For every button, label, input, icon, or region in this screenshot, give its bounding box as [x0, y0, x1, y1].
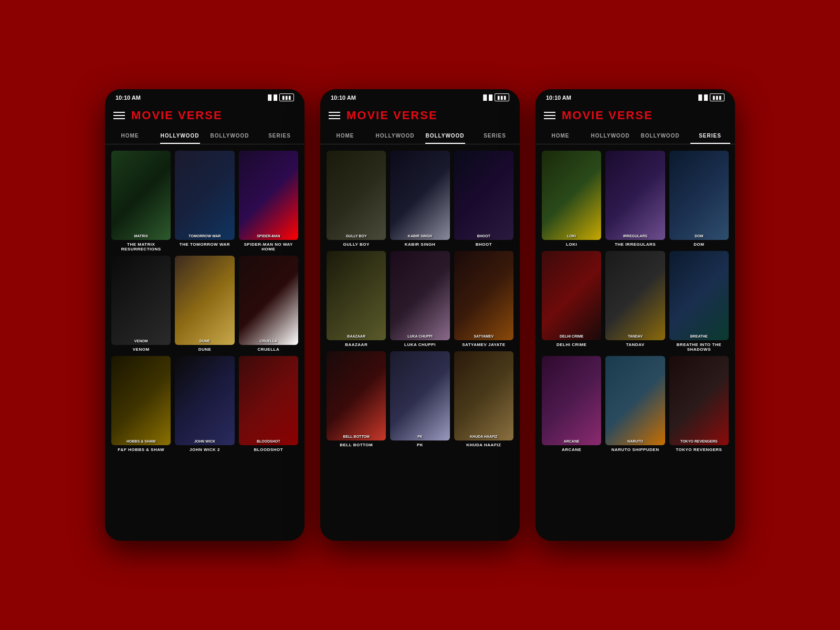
poster-label: PK	[390, 435, 449, 438]
nav-tab-series[interactable]: SERIES	[255, 128, 304, 144]
movie-item[interactable]: BELL BOTTOMBELL BOTTOM	[327, 351, 386, 447]
poster-label: NARUTO	[605, 439, 665, 443]
movie-poster: KABIR SINGH	[390, 151, 449, 240]
movie-item[interactable]: DOMDOM	[669, 151, 729, 247]
poster-label: HOBBS & SHAW	[111, 439, 171, 443]
movie-item[interactable]: SATYAMEVSATYAMEV JAYATE	[454, 251, 513, 347]
app-header: MOVIE VERSE	[105, 103, 304, 128]
movie-poster: TANDAV	[605, 251, 665, 340]
movie-title: SPIDER-MAN NO WAY HOME	[239, 242, 298, 251]
movie-poster: DOM	[669, 151, 729, 240]
hamburger-menu[interactable]	[544, 112, 555, 119]
movie-poster: DUNE	[175, 256, 234, 345]
movie-poster: LOKI	[542, 151, 601, 240]
nav-tabs: HOMEHOLLYWOODBOLLYWOODSERIES	[105, 128, 304, 144]
poster-label: DELHI CRIME	[542, 334, 601, 338]
movie-item[interactable]: DUNEDUNE	[175, 256, 234, 352]
signal-icon: ▐▌█	[697, 94, 708, 100]
movie-item[interactable]: CRUELLACRUELLA	[239, 256, 298, 352]
movie-item[interactable]: JOHN WICKJOHN WICK 2	[175, 356, 234, 452]
movie-item[interactable]: MATRIXTHE MATRIX RESURRECTIONS	[111, 151, 171, 251]
hamburger-menu[interactable]	[329, 112, 340, 119]
poster-label: BREATHE	[669, 334, 729, 338]
movie-title: BAAZAAR	[345, 342, 368, 347]
movie-item[interactable]: VENOMVENOM	[111, 256, 171, 352]
movie-title: KABIR SINGH	[405, 242, 435, 247]
movie-item[interactable]: ARCANEARCANE	[542, 356, 601, 452]
status-time: 10:10 AM	[331, 94, 356, 101]
movie-item[interactable]: BAAZAARBAAZAAR	[327, 251, 386, 347]
movie-item[interactable]: BLOODSHOTBLOODSHOT	[239, 356, 298, 452]
nav-tab-bollywood[interactable]: BOLLYWOOD	[205, 128, 255, 144]
nav-tab-series[interactable]: SERIES	[470, 128, 520, 144]
poster-label: JOHN WICK	[175, 439, 234, 443]
movies-grid: MATRIXTHE MATRIX RESURRECTIONSTOMORROW W…	[105, 144, 304, 541]
movie-title: BELL BOTTOM	[340, 443, 373, 447]
movie-item[interactable]: IRREGULARSTHE IRREGULARS	[605, 151, 665, 247]
movie-item[interactable]: LOKILOKI	[542, 151, 601, 247]
movie-item[interactable]: LUKA CHUPPILUKA CHUPPI	[390, 251, 449, 347]
nav-tab-bollywood[interactable]: BOLLYWOOD	[420, 128, 470, 144]
nav-tab-hollywood[interactable]: HOLLYWOOD	[585, 128, 635, 144]
movie-title: THE MATRIX RESURRECTIONS	[111, 242, 171, 251]
movie-item[interactable]: DELHI CRIMEDELHI CRIME	[542, 251, 601, 352]
movie-item[interactable]: GULLY BOYGULLY BOY	[327, 151, 386, 247]
nav-tabs: HOMEHOLLYWOODBOLLYWOODSERIES	[320, 128, 520, 144]
nav-tab-home[interactable]: HOME	[320, 128, 370, 144]
movie-poster: LUKA CHUPPI	[390, 251, 449, 340]
nav-tab-home[interactable]: HOME	[536, 128, 585, 144]
movie-title: PK	[417, 443, 423, 447]
poster-label: BELL BOTTOM	[327, 435, 386, 438]
movie-poster: ARCANE	[542, 356, 601, 445]
status-icons: ▐▌█ ▮▮▮	[266, 93, 294, 101]
movie-item[interactable]: TOKYO REVENGERSTOKYO REVENGERS	[669, 356, 729, 452]
battery-icon: ▮▮▮	[495, 93, 509, 101]
movie-title: KHUDA HAAFIZ	[466, 443, 501, 447]
phone-hollywood: 10:10 AM ▐▌█ ▮▮▮ MOVIE VERSE HOMEHOLLYWO…	[105, 89, 304, 541]
movie-item[interactable]: NARUTONARUTO SHIPPUDEN	[605, 356, 665, 452]
movie-poster: VENOM	[111, 256, 171, 345]
poster-label: TANDAV	[605, 334, 665, 338]
movie-item[interactable]: BHOOTBHOOT	[454, 151, 513, 247]
app-title: MOVIE VERSE	[562, 109, 653, 122]
movie-poster: IRREGULARS	[605, 151, 665, 240]
poster-label: DUNE	[175, 339, 234, 343]
hamburger-line	[113, 115, 125, 116]
poster-label: TOMORROW WAR	[175, 234, 234, 238]
poster-label: BLOODSHOT	[239, 439, 298, 443]
movie-item[interactable]: PKPK	[390, 351, 449, 447]
movie-title: TANDAV	[626, 342, 644, 347]
movie-poster: DELHI CRIME	[542, 251, 601, 340]
app-title: MOVIE VERSE	[346, 109, 438, 122]
movie-item[interactable]: HOBBS & SHAWF&F HOBBS & SHAW	[111, 356, 171, 452]
battery-icon: ▮▮▮	[279, 93, 294, 101]
movie-item[interactable]: TANDAVTANDAV	[605, 251, 665, 352]
movie-item[interactable]: TOMORROW WARTHE TOMORROW WAR	[175, 151, 234, 251]
poster-label: LOKI	[542, 234, 601, 238]
nav-tab-series[interactable]: SERIES	[685, 128, 735, 144]
movie-poster: BAAZAAR	[327, 251, 386, 340]
poster-label: KABIR SINGH	[390, 234, 449, 238]
movie-item[interactable]: BREATHEBREATHE INTO THE SHADOWS	[669, 251, 729, 352]
nav-tab-hollywood[interactable]: HOLLYWOOD	[370, 128, 420, 144]
nav-tab-home[interactable]: HOME	[105, 128, 155, 144]
movie-title: BHOOT	[476, 242, 492, 247]
movie-title: SATYAMEV JAYATE	[462, 342, 505, 347]
movie-title: DELHI CRIME	[556, 342, 587, 347]
movie-poster: KHUDA HAAFIZ	[454, 351, 513, 440]
status-time: 10:10 AM	[116, 94, 141, 101]
movie-item[interactable]: KHUDA HAAFIZKHUDA HAAFIZ	[454, 351, 513, 447]
status-bar: 10:10 AM ▐▌█ ▮▮▮	[105, 89, 304, 103]
poster-label: VENOM	[111, 339, 171, 343]
movie-item[interactable]: SPIDER-MANSPIDER-MAN NO WAY HOME	[239, 151, 298, 251]
movie-poster: GULLY BOY	[327, 151, 386, 240]
hamburger-menu[interactable]	[113, 112, 125, 119]
phone-series: 10:10 AM ▐▌█ ▮▮▮ MOVIE VERSE HOMEHOLLYWO…	[536, 89, 735, 541]
nav-tab-hollywood[interactable]: HOLLYWOOD	[155, 128, 205, 144]
movie-poster: MATRIX	[111, 151, 171, 240]
nav-tab-bollywood[interactable]: BOLLYWOOD	[635, 128, 685, 144]
signal-icon: ▐▌█	[266, 94, 277, 100]
hamburger-line	[329, 115, 340, 116]
movie-item[interactable]: KABIR SINGHKABIR SINGH	[390, 151, 449, 247]
poster-label: TOKYO REVENGERS	[669, 439, 729, 443]
